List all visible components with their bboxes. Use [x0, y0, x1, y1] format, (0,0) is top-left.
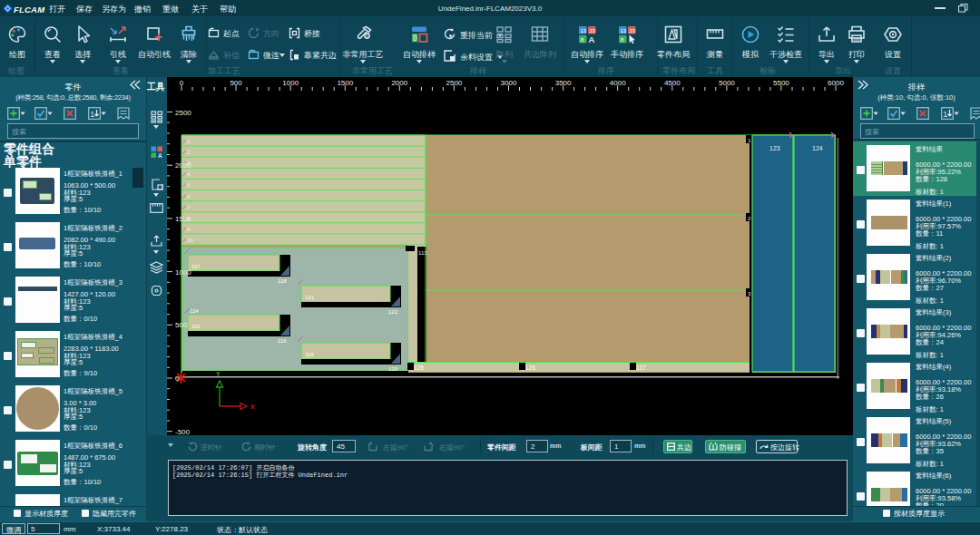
svg-text:121: 121 [305, 295, 315, 300]
svg-text:1000: 1000 [282, 79, 299, 87]
svg-text:125: 125 [414, 365, 424, 371]
svg-text:0: 0 [175, 374, 180, 383]
svg-text:4500: 4500 [664, 79, 681, 87]
svg-text:1000: 1000 [175, 268, 191, 277]
svg-text:122: 122 [388, 309, 398, 315]
svg-text:115: 115 [191, 324, 201, 329]
svg-text:2000: 2000 [175, 161, 191, 170]
svg-text:1: 1 [943, 110, 947, 119]
svg-text:118: 118 [278, 278, 287, 284]
svg-text:120: 120 [388, 366, 398, 372]
svg-text:13: 13 [621, 28, 627, 34]
svg-text:1500: 1500 [175, 215, 191, 223]
svg-text:A: A [589, 34, 595, 44]
svg-text:A: A [158, 152, 162, 159]
svg-text:0: 0 [180, 79, 184, 87]
svg-text:2500: 2500 [175, 109, 191, 117]
svg-text:500: 500 [230, 79, 242, 87]
svg-text:2000: 2000 [391, 79, 407, 87]
svg-text:2500: 2500 [446, 79, 463, 87]
svg-text:X: X [250, 404, 255, 410]
svg-text:126: 126 [525, 365, 535, 371]
svg-text:3000: 3000 [501, 79, 517, 87]
svg-text:500: 500 [175, 321, 188, 329]
svg-text:10: 10 [187, 238, 193, 243]
svg-text:5000: 5000 [719, 79, 735, 87]
svg-text:23: 23 [590, 28, 596, 34]
svg-text:119: 119 [305, 352, 314, 357]
svg-text:124: 124 [812, 145, 823, 151]
svg-text:-500: -500 [175, 428, 191, 435]
svg-text:117: 117 [191, 264, 201, 269]
svg-text:13: 13 [581, 28, 587, 34]
svg-text:127: 127 [636, 365, 646, 371]
svg-text:23: 23 [630, 28, 636, 34]
svg-text:1: 1 [90, 110, 94, 119]
svg-text:116: 116 [278, 338, 287, 344]
svg-text:5500: 5500 [773, 79, 789, 87]
svg-text:Y: Y [216, 371, 220, 377]
svg-text:123: 123 [769, 145, 780, 151]
svg-text:114: 114 [190, 308, 199, 314]
svg-text:113: 113 [418, 250, 427, 256]
svg-text:4000: 4000 [610, 79, 626, 87]
svg-text:1500: 1500 [337, 79, 353, 87]
svg-text:6000: 6000 [828, 79, 844, 87]
svg-text:3500: 3500 [555, 79, 572, 87]
